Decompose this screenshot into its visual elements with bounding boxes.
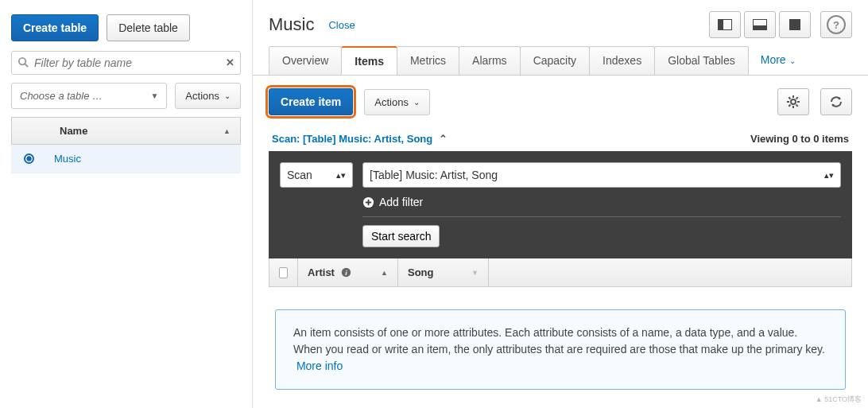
divider [362,216,841,217]
layout-split-icon[interactable] [709,11,741,38]
tab-items[interactable]: Items [341,46,397,75]
svg-rect-5 [753,25,767,30]
svg-point-7 [791,99,796,104]
sort-asc-icon: ▲ [223,127,231,135]
svg-point-0 [19,58,25,64]
actions-label: Actions [374,96,409,108]
checkbox-icon[interactable] [279,267,288,278]
scan-mode-select[interactable]: Scan ▴▾ [280,162,353,188]
layout-full-icon[interactable] [779,11,811,38]
settings-button[interactable] [777,88,809,115]
choose-table-label: Choose a table … [20,90,103,102]
choose-table-select[interactable]: Choose a table … ▼ [11,83,167,109]
plus-circle-icon [362,196,374,208]
sidebar-table-header: Name ▲ [11,117,241,145]
svg-rect-6 [789,19,800,30]
table-row[interactable]: Music [11,145,241,173]
chevron-down-icon: ▼ [150,91,158,100]
svg-line-1 [25,64,28,67]
clear-icon[interactable]: ✕ [226,56,234,68]
column-song[interactable]: Song ▼ [398,258,489,286]
tab-global-tables[interactable]: Global Tables [654,46,749,75]
radio-selected-icon[interactable] [24,153,34,164]
scan-summary-toggle[interactable]: Scan: [Table] Music: Artist, Song [272,133,432,145]
tabs: Overview Items Metrics Alarms Capacity I… [253,46,868,76]
select-arrows-icon: ▴▾ [336,170,346,181]
search-icon [17,56,29,71]
column-name[interactable]: Name [60,125,223,137]
main-actions-button[interactable]: Actions ⌄ [364,89,430,115]
svg-line-14 [789,105,790,107]
actions-label: Actions [185,90,219,102]
chevron-down-icon: ⌄ [224,91,231,100]
create-item-button[interactable]: Create item [269,88,353,115]
svg-line-15 [796,97,798,99]
scan-target-select[interactable]: [Table] Music: Artist, Song ▴▾ [362,162,841,188]
tab-metrics[interactable]: Metrics [397,46,459,75]
close-link[interactable]: Close [328,19,355,31]
sort-asc-icon: ▲ [381,269,388,277]
svg-line-12 [789,97,790,99]
data-table-header: Artist i ▲ Song ▼ [269,258,852,287]
column-artist[interactable]: Artist i ▲ [298,258,398,286]
delete-table-button[interactable]: Delete table [107,14,190,41]
more-info-link[interactable]: More info [296,359,343,372]
tab-alarms[interactable]: Alarms [459,46,521,75]
sidebar: Create table Delete table ✕ Choose a tab… [0,0,253,408]
column-empty [489,258,851,286]
filter-table-input[interactable] [11,51,241,75]
sort-none-icon: ▼ [471,269,479,277]
create-table-button[interactable]: Create table [11,14,99,41]
svg-line-13 [796,105,798,107]
tab-more[interactable]: More ⌄ [748,46,808,75]
scan-panel: Scan ▴▾ [Table] Music: Artist, Song ▴▾ A… [269,151,852,258]
help-icon: ? [827,15,846,34]
info-callout: An item consists of one or more attribut… [275,309,846,390]
table-name-link[interactable]: Music [54,153,81,165]
add-filter-button[interactable]: Add filter [362,196,841,208]
select-arrows-icon: ▴▾ [824,170,834,181]
start-search-button[interactable]: Start search [362,225,440,247]
viewing-count: Viewing 0 to 0 items [750,133,849,145]
svg-rect-3 [718,19,723,30]
tab-overview[interactable]: Overview [269,46,342,75]
page-title: Music [269,14,314,35]
layout-bottom-icon[interactable] [744,11,776,38]
main-panel: Music Close ? Overview Items Metrics Ala… [253,0,868,408]
watermark: ▲ 51CTO博客 [816,394,862,405]
select-all-cell[interactable] [269,258,298,286]
info-icon: i [341,267,351,278]
chevron-down-icon: ⌄ [413,98,420,107]
tab-capacity[interactable]: Capacity [520,46,590,75]
gear-icon [787,95,800,108]
refresh-icon [830,95,843,108]
help-button[interactable]: ? [820,11,852,38]
chevron-up-icon[interactable]: ⌃ [439,133,448,145]
sidebar-actions-button[interactable]: Actions ⌄ [175,83,241,109]
chevron-down-icon: ⌄ [789,56,796,65]
refresh-button[interactable] [820,88,852,115]
tab-indexes[interactable]: Indexes [589,46,655,75]
